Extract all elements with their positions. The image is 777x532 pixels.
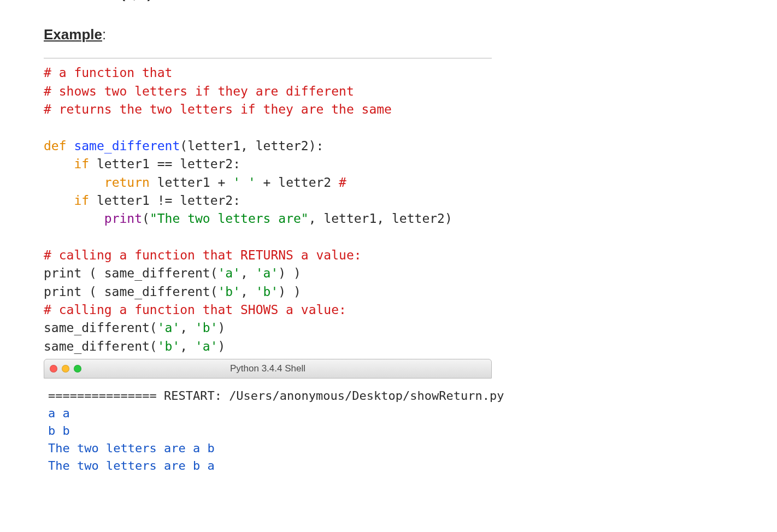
print-args: , letter1, letter2) <box>309 211 452 226</box>
call-line: print ( same_different( <box>44 285 218 299</box>
string-literal: 'a' <box>195 339 218 353</box>
shell-line: b b <box>48 424 70 438</box>
string-literal: ' ' <box>233 175 256 190</box>
paren: ( <box>142 211 150 226</box>
call-line: same_different( <box>44 339 157 353</box>
string-literal: 'b' <box>256 285 279 299</box>
params: (letter1, letter2): <box>180 139 323 153</box>
restart-line: =============== RESTART: /Users/anonymou… <box>48 389 504 403</box>
kw-return: return <box>104 175 150 190</box>
return-expr: letter1 + <box>150 175 233 190</box>
code-block: # a function that # shows two letters if… <box>44 58 492 356</box>
return-expr: + letter2 <box>256 175 339 190</box>
code-comment: # calling a function that RETURNS a valu… <box>44 248 362 262</box>
example-label: Example <box>44 26 102 43</box>
call-line: same_different( <box>44 321 157 335</box>
window-title: Python 3.4.4 Shell <box>44 362 491 376</box>
code-comment: # returns the two letters if they are th… <box>44 102 392 116</box>
window-titlebar: Python 3.4.4 Shell <box>44 359 492 379</box>
shell-line: The two letters are b a <box>48 459 215 472</box>
string-literal: 'a' <box>157 321 180 335</box>
kw-def: def <box>44 139 67 153</box>
string-literal: 'b' <box>157 339 180 353</box>
shell-output: =============== RESTART: /Users/anonymou… <box>44 379 492 478</box>
kw-if: if <box>74 193 89 208</box>
clipped-prior-line: sum_double(6, 6) → shows 12 <box>44 0 733 4</box>
code-comment: # calling a function that SHOWS a value: <box>44 303 346 317</box>
code-comment: # a function that <box>44 66 172 80</box>
code-comment: # shows two letters if they are differen… <box>44 84 354 98</box>
call-line: print ( same_different( <box>44 266 218 280</box>
string-literal: 'a' <box>218 266 241 280</box>
shell-line: The two letters are a b <box>48 441 215 455</box>
function-name: same_different <box>74 139 180 153</box>
if-condition: letter1 != letter2: <box>89 193 240 208</box>
python-shell-window: Python 3.4.4 Shell =============== RESTA… <box>44 359 492 478</box>
string-literal: 'a' <box>256 266 279 280</box>
comment-hash: # <box>339 175 346 190</box>
shell-line: a a <box>48 406 70 420</box>
string-literal: 'b' <box>195 321 218 335</box>
example-colon: : <box>102 26 106 43</box>
kw-if: if <box>74 157 89 171</box>
string-literal: "The two letters are" <box>150 211 309 226</box>
string-literal: 'b' <box>218 285 241 299</box>
builtin-print: print <box>104 211 142 226</box>
example-heading: Example: <box>44 25 733 45</box>
if-condition: letter1 == letter2: <box>89 157 240 171</box>
